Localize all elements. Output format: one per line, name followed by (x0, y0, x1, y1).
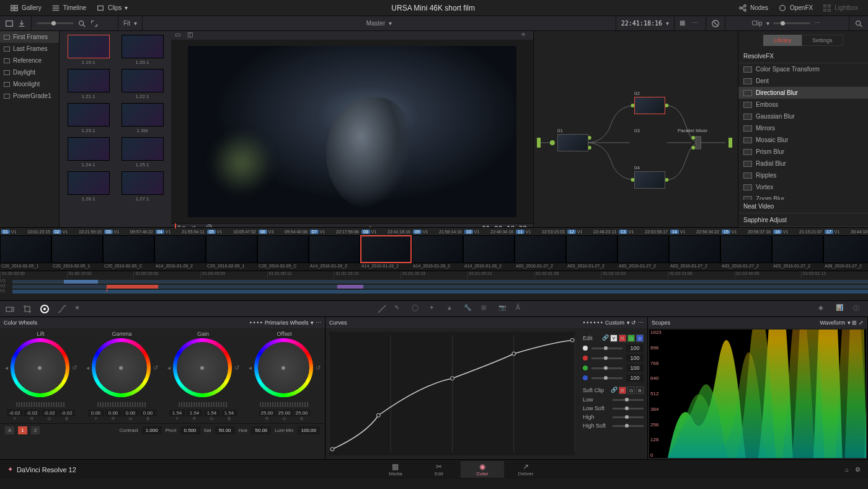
still-thumb[interactable]: 1.20.1 (117, 35, 167, 65)
filmstrip-clip[interactable]: 16V121:15:21:07A03_2016-01-27_2 (772, 228, 823, 271)
window-icon[interactable]: ◯ (412, 304, 422, 314)
data-icon[interactable]: Å (516, 304, 526, 314)
pivot-value[interactable]: 0.500 (180, 426, 200, 434)
filmstrip-clip[interactable]: 08V122:41:18:16A14_2016-01-28_2 (360, 228, 412, 271)
stereo-icon[interactable]: 📷 (498, 304, 508, 314)
info-icon[interactable]: ⓘ (853, 304, 863, 314)
sidebar-item[interactable]: Moonlight (0, 78, 59, 90)
page-tab-deliver[interactable]: ↗Deliver (504, 461, 547, 478)
effect-item[interactable]: Gaussian Blur (738, 110, 868, 122)
effects-group-header[interactable]: Sapphire Adjust (738, 213, 868, 227)
master-dropdown[interactable]: Master (366, 20, 386, 27)
viewer-timecode[interactable]: 22:41:18:16 (621, 20, 662, 27)
intensity-value[interactable]: 100 (626, 354, 644, 362)
wand-icon[interactable]: ✧ (521, 31, 529, 40)
view-split-icon[interactable]: ◫ (187, 31, 196, 40)
search-icon[interactable] (854, 19, 863, 28)
chip-y[interactable]: Y (610, 334, 618, 342)
node-graph[interactable]: 01 02 03 04 Parallel Mixer (533, 31, 738, 227)
lightbox-button[interactable]: Lightbox (818, 1, 863, 15)
effect-item[interactable]: Zoom Blur (738, 193, 868, 200)
effect-item[interactable]: Emboss (738, 99, 868, 110)
color-wheel[interactable]: Gamma◂↺0.000.000.000.00YRGB (85, 331, 159, 421)
view-mode-icon[interactable]: ▭ (175, 31, 184, 40)
effects-group-header[interactable]: Neat Video (738, 200, 868, 213)
chip-b[interactable]: B (636, 334, 644, 342)
link-icon[interactable]: 🔗 (602, 334, 609, 342)
effect-item[interactable]: Prism Blur (738, 146, 868, 158)
effect-item[interactable]: Radial Blur (738, 158, 868, 169)
sidebar-item[interactable]: Daylight (0, 66, 59, 78)
search-icon[interactable] (78, 19, 86, 28)
page-a-button[interactable]: A (5, 426, 14, 434)
more-icon[interactable]: ⋯ (814, 19, 823, 28)
sidebar-item[interactable]: Reference (0, 55, 59, 66)
grid-icon[interactable]: ▦ (680, 19, 688, 28)
contrast-value[interactable]: 1.000 (142, 426, 162, 434)
more-icon[interactable]: ⋯ (692, 19, 701, 28)
still-thumb[interactable]: 1.Stil (117, 103, 167, 133)
clip-dropdown[interactable]: Clip (751, 20, 762, 27)
intensity-slider[interactable] (591, 348, 622, 349)
still-thumb[interactable]: 1.27.1 (117, 171, 167, 202)
still-thumb[interactable]: 1.25.1 (117, 137, 167, 168)
node-04[interactable] (634, 171, 665, 189)
scope-mode-dropdown[interactable]: Waveform (820, 320, 845, 326)
effect-item[interactable]: Mosaic Blur (738, 134, 868, 146)
sat-value[interactable]: 50.00 (215, 426, 235, 434)
filmstrip-clip[interactable]: 01V110:01:23:15C20_2016-02-05_1 (0, 228, 51, 271)
filmstrip-clip[interactable]: 11V122:53:15:03A03_2016-01-27_2 (515, 228, 566, 271)
lummix-value[interactable]: 100.00 (298, 426, 320, 434)
filmstrip-clip[interactable]: 07V122:17:56:06A14_2016-01-28_2 (309, 228, 360, 271)
effect-item[interactable]: Ripples (738, 169, 868, 181)
still-thumb[interactable]: 1.21.1 (63, 69, 113, 99)
effect-item[interactable]: Vortex (738, 181, 868, 193)
crop-icon[interactable] (22, 304, 32, 314)
effect-item[interactable]: Color Space Transform (738, 63, 868, 75)
settings-icon[interactable]: ⚙ (855, 466, 861, 473)
intensity-slider[interactable] (591, 357, 622, 359)
sc-chip-b[interactable]: B (636, 387, 644, 394)
list-icon[interactable] (5, 19, 14, 28)
timeline-button[interactable]: Timeline (46, 1, 91, 15)
tab-library[interactable]: Library (763, 35, 802, 46)
camera-icon[interactable] (5, 304, 15, 314)
home-icon[interactable]: ⌂ (845, 466, 849, 473)
color-wheel[interactable]: Offset◂↺25.0025.0025.00RGB (247, 331, 322, 421)
viewer-frame[interactable] (188, 46, 516, 217)
node-01[interactable] (557, 134, 588, 151)
disable-icon[interactable] (711, 19, 720, 28)
sc-chip-g[interactable]: G (627, 387, 635, 394)
qualifier-icon[interactable] (377, 304, 387, 314)
download-icon[interactable] (17, 19, 26, 28)
intensity-value[interactable]: 100 (626, 374, 644, 382)
sidebar-item[interactable]: First Frames (0, 31, 59, 43)
intensity-slider[interactable] (591, 367, 622, 369)
sc-chip-r[interactable]: R (619, 387, 626, 394)
still-thumb[interactable]: 1.22.1 (117, 69, 167, 99)
sizing-icon[interactable]: ⊞ (481, 304, 491, 314)
pen-icon[interactable]: ✎ (394, 304, 404, 314)
filmstrip-clip[interactable]: 13V122:03:58:17A03_2016-01-27_2 (618, 228, 669, 271)
sidebar-item[interactable]: Last Frames (0, 43, 59, 55)
filmstrip-clip[interactable]: 14V122:56:34:22A03_2016-01-27_2 (669, 228, 720, 271)
effect-item[interactable]: Mirrors (738, 122, 868, 134)
filmstrip-clip[interactable]: 02V110:21:59:15C20_2016-02-05_1 (51, 228, 103, 271)
still-thumb[interactable]: 1.26.1 (63, 171, 113, 202)
playhead[interactable] (175, 223, 176, 228)
keyframe-icon[interactable]: ◆ (818, 304, 828, 314)
filmstrip-clip[interactable]: 03V109:57:46:22C20_2016-02-05_C (103, 228, 154, 271)
node-zoom-slider[interactable] (773, 22, 810, 24)
hue-value[interactable]: 50.00 (251, 426, 271, 434)
softclip-slider[interactable] (613, 399, 644, 401)
filmstrip-clip[interactable]: 10V122:46:34:18A14_2016-01-28_2 (463, 228, 515, 271)
softclip-slider[interactable] (613, 416, 644, 418)
chip-r[interactable]: R (619, 334, 626, 342)
page-tab-edit[interactable]: ✂Edit (417, 461, 461, 478)
expand-icon[interactable] (90, 19, 99, 28)
intensity-value[interactable]: 100 (626, 364, 644, 372)
blur-icon[interactable]: ▲ (446, 304, 456, 314)
still-thumb[interactable]: 1.24.1 (63, 137, 113, 168)
page-tab-media[interactable]: ▦Media (374, 461, 417, 478)
intensity-value[interactable]: 100 (626, 344, 644, 352)
